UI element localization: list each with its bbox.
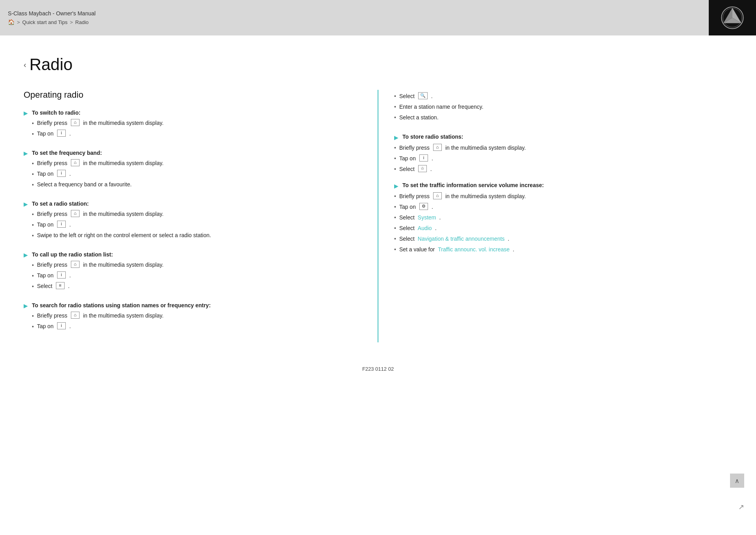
page-title-row: ‹ Radio: [24, 55, 732, 74]
step-traffic-info: ▶ To set the traffic information service…: [394, 182, 732, 254]
list-item: Select a frequency band or a favourite.: [32, 180, 362, 189]
home-button-icon: ⌂: [433, 192, 442, 199]
home-button-icon: ⌂: [71, 312, 80, 319]
list-item: Select Navigation & traffic announcement…: [394, 235, 732, 243]
step-store-stations: ▶ To store radio stations: Briefly press…: [394, 134, 732, 173]
mercedes-logo-icon: [721, 6, 744, 30]
step-frequency-band: ▶ To set the frequency band: Briefly pre…: [24, 150, 362, 191]
list-item: Briefly press ⌂ in the multimedia system…: [32, 210, 362, 219]
step-station-list: ▶ To call up the radio station list: Bri…: [24, 251, 362, 293]
step-arrow-icon: ▶: [24, 252, 28, 293]
breadcrumb: 🏠 > Quick start and Tips > Radio: [8, 19, 96, 25]
step-content: To switch to radio: Briefly press ⌂ in t…: [32, 110, 362, 140]
list-button-icon: ≡: [56, 282, 65, 289]
i-button-icon: i: [57, 221, 66, 228]
scroll-to-top-button[interactable]: ∧: [730, 474, 744, 488]
list-item: Tap on i.: [32, 130, 362, 138]
step-heading: To search for radio stations using stati…: [32, 302, 362, 308]
list-item: Swipe to the left or right on the contro…: [32, 231, 362, 240]
list-item: Select Audio.: [394, 224, 732, 232]
list-item: Tap on i.: [394, 154, 732, 163]
right-top-bullets: Select 🔍. Enter a station name or freque…: [394, 92, 732, 122]
right-step-heading-row: ▶ To store radio stations:: [394, 134, 732, 141]
list-item: Briefly press ⌂ in the multimedia system…: [394, 192, 732, 201]
step-arrow-icon: ▶: [394, 183, 398, 189]
step-heading: To set the frequency band:: [32, 150, 362, 156]
header-left: S-Class Maybach - Owner's Manual 🏠 > Qui…: [8, 10, 96, 25]
list-item: Select ☆.: [394, 165, 732, 173]
list-item: Set a value for Traffic announc. vol. in…: [394, 245, 732, 254]
right-step-heading-row: ▶ To set the traffic information service…: [394, 182, 732, 189]
i-button-icon: i: [57, 271, 66, 279]
list-item: Tap on i.: [32, 322, 362, 331]
step-heading: To call up the radio station list:: [32, 251, 362, 258]
page-title: Radio: [30, 55, 73, 74]
step-search-stations: ▶ To search for radio stations using sta…: [24, 302, 362, 333]
list-item: Briefly press ⌂ in the multimedia system…: [32, 312, 362, 320]
home-button-icon: ⌂: [71, 159, 80, 166]
step-arrow-icon: ▶: [24, 201, 28, 242]
list-item: Briefly press ⌂ in the multimedia system…: [32, 159, 362, 168]
step-heading: To set a radio station:: [32, 201, 362, 207]
step-list: Briefly press ⌂ in the multimedia system…: [32, 119, 362, 138]
list-item: Tap on i.: [32, 271, 362, 280]
home-button-icon: ⌂: [433, 144, 442, 151]
step-list: Briefly press ⌂ in the multimedia system…: [32, 159, 362, 189]
step-list: Briefly press ⌂ in the multimedia system…: [394, 144, 732, 173]
mercedes-logo-area: [709, 0, 756, 35]
footer-reference: F223 0112 02: [24, 350, 732, 372]
step-arrow-icon: ▶: [394, 134, 398, 141]
right-column: Select 🔍. Enter a station name or freque…: [378, 90, 732, 342]
list-item: Tap on i.: [32, 221, 362, 229]
section-title: Operating radio: [24, 90, 362, 100]
home-button-icon: ⌂: [71, 119, 80, 126]
home-icon[interactable]: 🏠: [8, 19, 15, 25]
step-heading: To set the traffic information service v…: [402, 182, 544, 188]
content-columns: Operating radio ▶ To switch to radio: Br…: [24, 90, 732, 342]
list-item: Enter a station name or frequency.: [394, 103, 732, 111]
list-item: Select System.: [394, 214, 732, 222]
i-button-icon: i: [419, 154, 428, 162]
audio-link[interactable]: Audio: [418, 224, 432, 232]
step-content: To search for radio stations using stati…: [32, 302, 362, 333]
breadcrumb-sep-1: >: [17, 19, 20, 25]
system-link[interactable]: System: [418, 214, 436, 222]
step-heading: To store radio stations:: [402, 134, 463, 140]
step-heading: To switch to radio:: [32, 110, 362, 116]
navigation-traffic-link[interactable]: Navigation & traffic announcements: [418, 235, 505, 243]
breadcrumb-item-1[interactable]: Quick start and Tips: [22, 19, 68, 25]
list-item: Briefly press ⌂ in the multimedia system…: [32, 119, 362, 128]
step-list: Briefly press ⌂ in the multimedia system…: [32, 261, 362, 291]
list-item: Select 🔍.: [394, 92, 732, 100]
step-content: To call up the radio station list: Brief…: [32, 251, 362, 293]
back-arrow-button[interactable]: ‹: [24, 60, 26, 69]
star-button-icon: ☆: [418, 165, 427, 172]
i-button-icon: i: [57, 322, 66, 329]
list-item: Briefly press ⌂ in the multimedia system…: [32, 261, 362, 269]
list-item: Briefly press ⌂ in the multimedia system…: [394, 144, 732, 152]
step-arrow-icon: ▶: [24, 303, 28, 333]
list-item: Tap on ⚙.: [394, 203, 732, 211]
header-title: S-Class Maybach - Owner's Manual: [8, 10, 96, 17]
left-column: Operating radio ▶ To switch to radio: Br…: [24, 90, 378, 342]
home-button-icon: ⌂: [71, 210, 80, 217]
home-button-icon: ⌂: [71, 261, 80, 268]
step-content: To set the frequency band: Briefly press…: [32, 150, 362, 191]
step-list: Briefly press ⌂ in the multimedia system…: [394, 192, 732, 254]
step-content: To set a radio station: Briefly press ⌂ …: [32, 201, 362, 242]
header: S-Class Maybach - Owner's Manual 🏠 > Qui…: [0, 0, 756, 35]
step-list: Briefly press ⌂ in the multimedia system…: [32, 312, 362, 331]
i-button-icon: i: [57, 130, 66, 137]
breadcrumb-item-2: Radio: [75, 19, 89, 25]
traffic-vol-link[interactable]: Traffic announc. vol. increase: [438, 245, 510, 254]
list-item: Select a station.: [394, 113, 732, 122]
main-content: ‹ Radio Operating radio ▶ To switch to r…: [0, 35, 756, 535]
step-arrow-icon: ▶: [24, 150, 28, 191]
list-item: Select ≡.: [32, 282, 362, 291]
navigation-icon: ↗: [738, 503, 744, 511]
gear-button-icon: ⚙: [419, 203, 428, 210]
breadcrumb-sep-2: >: [70, 19, 73, 25]
step-list: Briefly press ⌂ in the multimedia system…: [32, 210, 362, 240]
list-item: Tap on i.: [32, 170, 362, 178]
step-switch-to-radio: ▶ To switch to radio: Briefly press ⌂ in…: [24, 110, 362, 140]
